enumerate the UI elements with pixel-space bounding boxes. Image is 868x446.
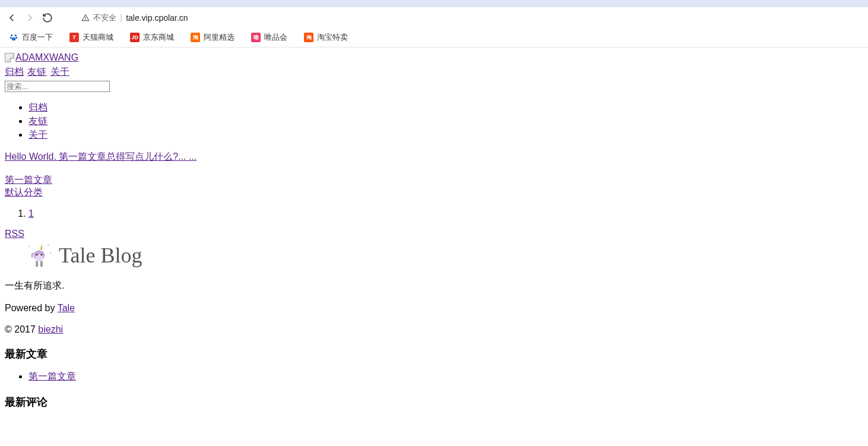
svg-point-3 bbox=[15, 34, 17, 36]
copyright-link[interactable]: biezhi bbox=[38, 324, 63, 334]
brand-text: Tale Blog bbox=[59, 243, 142, 268]
warning-icon bbox=[81, 14, 90, 22]
ali-icon: 淘 bbox=[191, 33, 200, 42]
svg-point-9 bbox=[50, 252, 51, 254]
bookmark-jd[interactable]: JD 京东商城 bbox=[130, 32, 174, 43]
browser-toolbar: 不安全 | tale.vip.cpolar.cn bbox=[0, 7, 868, 28]
site-logo-link[interactable]: ADAMXWANG bbox=[5, 52, 78, 63]
bookmark-tmall[interactable]: T 天猫商城 bbox=[69, 32, 113, 43]
page-content: ADAMXWANG 归档 友链 关于 归档 友链 关于 Hello World.… bbox=[0, 48, 868, 422]
svg-point-7 bbox=[28, 246, 30, 247]
list-item: 友链 bbox=[28, 115, 863, 128]
svg-point-1 bbox=[85, 19, 86, 20]
nav2-links[interactable]: 友链 bbox=[28, 116, 47, 126]
svg-point-2 bbox=[11, 34, 12, 36]
browser-tab-strip bbox=[0, 0, 868, 7]
back-button[interactable] bbox=[6, 12, 18, 24]
bookmark-baidu[interactable]: 百度一下 bbox=[9, 32, 53, 43]
nav2-about[interactable]: 关于 bbox=[28, 129, 47, 140]
bookmark-label: 淘宝特卖 bbox=[317, 32, 348, 43]
tagline: 一生有所追求. bbox=[5, 280, 863, 292]
reload-button[interactable] bbox=[42, 12, 53, 24]
search-input[interactable] bbox=[5, 81, 110, 92]
nav-archive[interactable]: 归档 bbox=[5, 67, 24, 77]
url-text: tale.vip.cpolar.cn bbox=[126, 13, 188, 23]
site-logo-alt: ADAMXWANG bbox=[15, 52, 78, 63]
forward-button[interactable] bbox=[24, 12, 36, 24]
post-excerpt: Hello World. 第一篇文章总得写点儿什么?... ... bbox=[5, 151, 863, 163]
svg-rect-14 bbox=[36, 261, 38, 267]
latest-articles-heading: 最新文章 bbox=[5, 347, 863, 361]
category-link[interactable]: 默认分类 bbox=[5, 186, 43, 199]
list-item: 归档 bbox=[28, 102, 863, 114]
powered-prefix: Powered by bbox=[5, 303, 58, 313]
tmall-icon: T bbox=[69, 33, 79, 42]
bookmark-label: 阿里精选 bbox=[204, 32, 235, 43]
post-tag-link[interactable]: 第一篇文章 bbox=[5, 174, 52, 186]
broken-image-icon bbox=[5, 53, 14, 62]
category-row: 默认分类 bbox=[5, 186, 863, 199]
svg-point-5 bbox=[15, 37, 17, 39]
svg-point-8 bbox=[47, 245, 49, 246]
bookmark-label: 百度一下 bbox=[22, 32, 53, 43]
post-tag-row: 第一篇文章 bbox=[5, 174, 863, 186]
unicorn-icon bbox=[26, 242, 53, 269]
article-link[interactable]: 第一篇文章 bbox=[28, 371, 76, 381]
jd-icon: JD bbox=[130, 33, 140, 42]
bookmark-taobao[interactable]: 淘 淘宝特卖 bbox=[304, 32, 348, 43]
svg-rect-15 bbox=[40, 261, 43, 267]
svg-point-6 bbox=[12, 37, 16, 40]
copyright-prefix: © 2017 bbox=[5, 324, 38, 334]
bookmark-vip[interactable]: 唯 唯品会 bbox=[251, 32, 287, 43]
pagination: 1 bbox=[5, 208, 863, 219]
svg-point-13 bbox=[40, 254, 42, 256]
powered-link[interactable]: Tale bbox=[58, 303, 75, 313]
bookmark-label: 京东商城 bbox=[143, 32, 174, 43]
list-item: 1 bbox=[28, 208, 863, 219]
nav-about[interactable]: 关于 bbox=[50, 67, 69, 77]
vip-icon: 唯 bbox=[251, 33, 261, 42]
copyright: © 2017 biezhi bbox=[5, 324, 863, 335]
bookmark-label: 唯品会 bbox=[264, 32, 287, 43]
taobao-icon: 淘 bbox=[304, 33, 313, 42]
bookmark-ali[interactable]: 淘 阿里精选 bbox=[191, 32, 235, 43]
bookmark-label: 天猫商城 bbox=[83, 32, 113, 43]
list-item: 第一篇文章 bbox=[28, 371, 863, 383]
primary-nav: 归档 友链 关于 bbox=[5, 66, 863, 78]
address-bar[interactable]: 不安全 | tale.vip.cpolar.cn bbox=[74, 9, 195, 27]
powered-by: Powered by Tale bbox=[5, 303, 863, 314]
rss-row: RSS bbox=[5, 229, 863, 239]
nav2-archive[interactable]: 归档 bbox=[28, 102, 47, 112]
page-1-link[interactable]: 1 bbox=[28, 208, 34, 219]
post-title-link[interactable]: Hello World. 第一篇文章总得写点儿什么?... ... bbox=[5, 151, 197, 162]
security-label: 不安全 bbox=[93, 12, 116, 23]
rss-link[interactable]: RSS bbox=[5, 229, 24, 239]
latest-comments-heading: 最新评论 bbox=[5, 395, 863, 409]
svg-point-12 bbox=[36, 254, 38, 256]
paw-icon bbox=[9, 33, 18, 42]
nav-links[interactable]: 友链 bbox=[27, 67, 46, 77]
svg-point-4 bbox=[10, 37, 12, 39]
secondary-nav: 归档 友链 关于 bbox=[5, 102, 863, 141]
bookmarks-bar: 百度一下 T 天猫商城 JD 京东商城 淘 阿里精选 唯 唯品会 淘 淘宝特卖 bbox=[0, 28, 868, 48]
latest-articles-list: 第一篇文章 bbox=[5, 371, 863, 383]
list-item: 关于 bbox=[28, 129, 863, 141]
brand-logo: Tale Blog bbox=[26, 242, 863, 269]
